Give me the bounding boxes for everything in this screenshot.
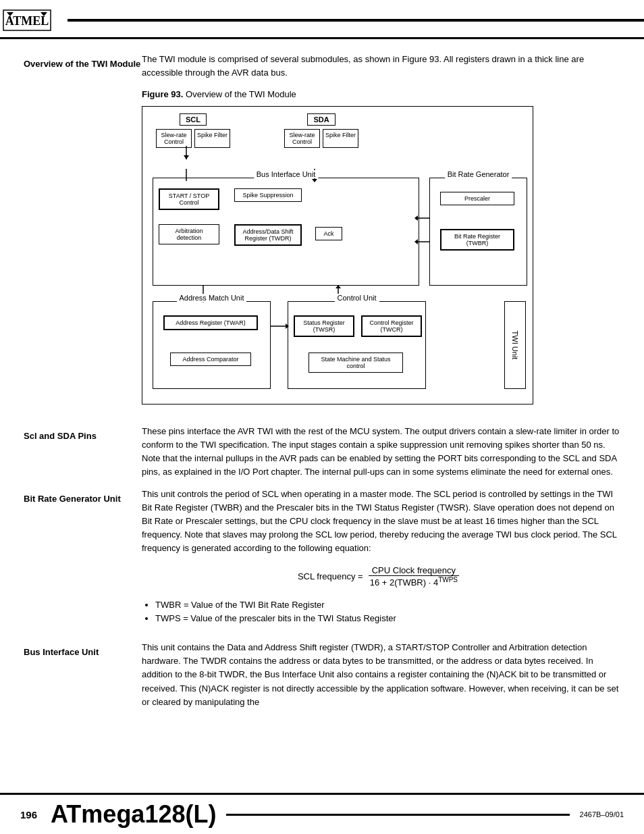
ctrl-reg-box: Control Register (TWCR) (361, 315, 422, 337)
svg-text:ATMEL: ATMEL (5, 14, 49, 28)
diagram-inner: SCL Slew-rate Control Spike Filter SDA S… (149, 113, 526, 397)
bit-rate-right: This unit controls the period of SCL whe… (142, 488, 620, 633)
amu-label: Address Match Unit (177, 294, 247, 302)
start-stop-box: START / STOP Control (159, 188, 219, 210)
cu-label: Control Unit (334, 294, 379, 302)
sda-group: SDA Slew-rate Control Spike Filter (284, 113, 358, 148)
brg-outer-box: Bit Rate Generator Prescaler Bit Rate Re… (429, 178, 527, 286)
bit-rate-body: This unit controls the period of SCL whe… (142, 488, 620, 556)
twi-unit-label: TWI Unit (511, 331, 519, 360)
scl-group: SCL Slew-rate Control Spike Filter (156, 113, 230, 148)
bus-interface-right: This unit contains the Data and Address … (142, 641, 620, 709)
figure-caption-bold: Figure 93. (142, 89, 183, 99)
scl-sub-boxes: Slew-rate Control Spike Filter (156, 129, 230, 148)
brg-label: Bit Rate Generator (445, 170, 512, 178)
formula-section: SCL frequency = CPU Clock frequency 16 +… (142, 565, 620, 588)
footer: 196 ATmega128(L) 2467B–09/01 (0, 793, 644, 834)
bullet-list: TWBR = Value of the TWI Bit Rate Registe… (155, 598, 620, 627)
addr-data-shift-box: Address/Data Shift Register (TWDR) (234, 224, 302, 246)
footer-line (226, 814, 569, 816)
sda-label: SDA (307, 113, 335, 126)
scl-slew-rate: Slew-rate Control (156, 129, 192, 148)
header: ATMEL (0, 0, 644, 39)
twi-unit-box: TWI Unit (504, 301, 526, 389)
scl-sda-left: Scl and SDA Pins (24, 425, 142, 479)
formula-left: SCL frequency = (298, 571, 363, 581)
bullet-item-2: TWPS = Value of the prescaler bits in th… (155, 612, 620, 626)
formula-line: SCL frequency = CPU Clock frequency 16 +… (142, 565, 620, 588)
formula-numerator: CPU Clock frequency (369, 565, 459, 576)
bus-interface-body: This unit contains the Data and Address … (142, 641, 620, 709)
scl-sda-title: Scl and SDA Pins (24, 430, 132, 442)
scl-spike-filter: Spike Filter (194, 129, 230, 148)
biu-outer-box: Bus Interface Unit START / STOP Control … (153, 178, 419, 286)
svg-marker-17 (184, 155, 189, 159)
bullet-item-1: TWBR = Value of the TWI Bit Rate Registe… (155, 598, 620, 613)
addr-comp-box: Address Comparator (170, 353, 251, 366)
sda-slew-rate: Slew-rate Control (284, 129, 320, 148)
scl-sda-body: These pins interface the AVR TWI with th… (142, 425, 620, 479)
footer-page-number: 196 (20, 809, 37, 820)
arbitration-box: Arbitration detection (159, 224, 219, 244)
addr-reg-box: Address Register (TWAR) (163, 315, 258, 330)
bit-rate-reg-box: Bit Rate Register (TWBR) (440, 229, 514, 251)
bit-rate-left: Bit Rate Generator Unit (24, 488, 142, 633)
logo-area: ATMEL (0, 7, 54, 34)
atmel-logo: ATMEL (0, 7, 54, 34)
bit-rate-section: Bit Rate Generator Unit This unit contro… (24, 488, 620, 633)
bus-interface-title: Bus Interface Unit (24, 646, 132, 658)
cu-outer-box: Control Unit Status Register (TWSR) Cont… (288, 301, 426, 389)
header-line (68, 19, 644, 22)
overview-body: The TWI module is comprised of several s… (142, 53, 620, 79)
sda-spike-filter: Spike Filter (323, 129, 358, 148)
overview-left-col: Overview of the TWI Module (24, 53, 142, 418)
sda-sub-boxes: Slew-rate Control Spike Filter (284, 129, 358, 148)
formula-denominator: 16 + 2(TWBR) · 4TWPS (367, 576, 461, 588)
state-machine-box: State Machine and Status control (308, 353, 403, 373)
bus-interface-left: Bus Interface Unit (24, 641, 142, 709)
twi-diagram: SCL Slew-rate Control Spike Filter SDA S… (142, 106, 533, 405)
amu-outer-box: Address Match Unit Address Register (TWA… (153, 301, 271, 389)
overview-section: Overview of the TWI Module The TWI modul… (24, 53, 620, 418)
bus-interface-section: Bus Interface Unit This unit contains th… (24, 641, 620, 709)
scl-sda-right: These pins interface the AVR TWI with th… (142, 425, 620, 479)
formula-exponent: TWPS (438, 576, 458, 583)
bit-rate-title: Bit Rate Generator Unit (24, 493, 132, 505)
biu-label: Bus Interface Unit (254, 170, 318, 178)
scl-sda-section: Scl and SDA Pins These pins interface th… (24, 425, 620, 479)
spike-suppression-box: Spike Suppression (234, 188, 302, 202)
formula-fraction: CPU Clock frequency 16 + 2(TWBR) · 4TWPS (367, 565, 461, 588)
scl-label: SCL (180, 113, 207, 126)
prescaler-box: Prescaler (440, 192, 514, 205)
figure-caption-text: Overview of the TWI Module (186, 89, 296, 99)
footer-doc-number: 2467B–09/01 (580, 810, 624, 818)
ack-box: Ack (315, 227, 342, 240)
page: ATMEL Overview of the TWI Module The TWI… (0, 0, 644, 834)
status-reg-box: Status Register (TWSR) (294, 315, 354, 337)
overview-right-col: The TWI module is comprised of several s… (142, 53, 620, 418)
main-content: Overview of the TWI Module The TWI modul… (0, 39, 644, 709)
footer-product: ATmega128(L) (51, 800, 216, 829)
overview-title: Overview of the TWI Module (24, 58, 142, 70)
figure-caption: Figure 93. Overview of the TWI Module (142, 89, 620, 99)
